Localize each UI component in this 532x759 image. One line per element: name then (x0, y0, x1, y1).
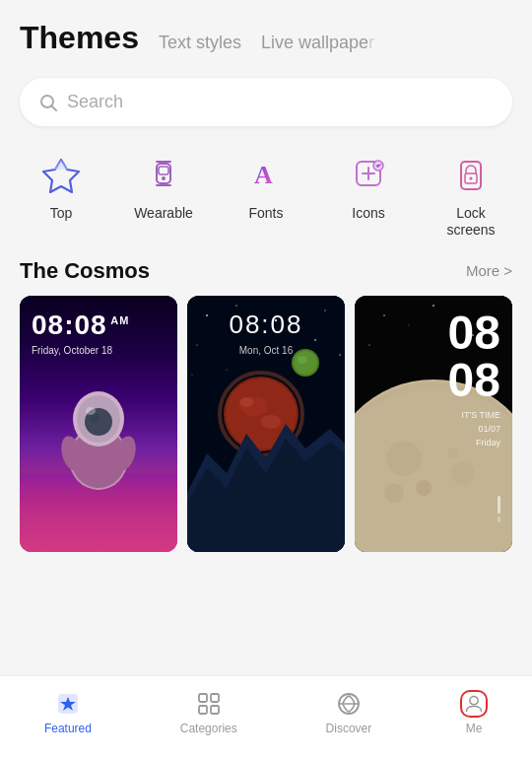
nav-featured-label: Featured (44, 722, 92, 735)
wearable-icon (138, 148, 189, 199)
cosmos-card-3[interactable]: 08 08 IT'S TIME01/07Friday (355, 296, 512, 552)
nav-me[interactable]: Me (440, 682, 507, 743)
category-fonts-label: Fonts (248, 205, 283, 222)
card3-indicator (498, 496, 500, 522)
tab-live-wallpaper: Live wallpaper (261, 33, 374, 53)
featured-icon (54, 690, 82, 718)
cosmos-section: The Cosmos More > 08:08 AM Friday, Octob… (0, 258, 532, 552)
svg-point-45 (383, 314, 385, 316)
header-tabs: Themes Text styles Live wallpaper (20, 20, 512, 56)
categories-bar: Top Wearable A (0, 138, 532, 258)
svg-point-35 (298, 356, 307, 364)
category-icons[interactable]: Icons (329, 148, 408, 239)
category-fonts[interactable]: A Fonts (227, 148, 305, 239)
section-title: The Cosmos (20, 258, 150, 284)
categories-icon (195, 690, 223, 718)
search-icon (39, 94, 57, 111)
svg-line-1 (52, 105, 57, 110)
category-top[interactable]: Top (22, 148, 100, 239)
svg-rect-67 (211, 706, 219, 714)
svg-text:A: A (254, 161, 273, 189)
nav-featured[interactable]: Featured (25, 682, 111, 743)
section-more-button[interactable]: More > (466, 262, 512, 279)
top-icon (35, 148, 87, 199)
nav-discover[interactable]: Discover (306, 682, 392, 743)
svg-point-32 (227, 369, 228, 370)
svg-point-39 (261, 415, 281, 429)
category-wearable-label: Wearable (134, 205, 193, 222)
discover-icon (335, 690, 363, 718)
svg-point-70 (470, 697, 478, 705)
search-container: Search (0, 66, 532, 138)
svg-point-31 (191, 374, 192, 375)
nav-me-label: Me (466, 722, 483, 735)
nav-discover-label: Discover (326, 722, 372, 735)
header: Themes Text styles Live wallpaper (0, 0, 532, 66)
svg-point-40 (239, 397, 253, 407)
svg-point-50 (409, 324, 410, 325)
category-top-label: Top (50, 205, 73, 222)
nav-categories-label: Categories (180, 722, 237, 735)
category-wearable[interactable]: Wearable (124, 148, 203, 239)
cosmos-card-2[interactable]: 08:08 Mon, Oct 16 (187, 296, 345, 552)
card3-time-block: 08 08 IT'S TIME01/07Friday (448, 310, 500, 450)
category-lockscreens[interactable]: Lockscreens (432, 148, 510, 239)
svg-point-6 (162, 176, 166, 180)
svg-point-12 (470, 177, 473, 180)
section-header: The Cosmos More > (20, 258, 512, 284)
me-icon (460, 690, 488, 718)
card1-am: AM (107, 313, 130, 325)
lockscreens-icon (445, 148, 497, 199)
svg-rect-64 (199, 694, 207, 702)
svg-rect-66 (199, 706, 207, 714)
page-title: Themes (20, 20, 139, 56)
icons-icon (343, 148, 394, 199)
tab-text-styles[interactable]: Text styles (159, 33, 241, 53)
svg-point-21 (86, 407, 96, 415)
svg-point-46 (432, 305, 434, 307)
category-lockscreens-label: Lockscreens (446, 205, 495, 239)
svg-rect-65 (211, 694, 219, 702)
search-bar[interactable]: Search (20, 78, 512, 126)
svg-rect-3 (159, 167, 168, 174)
svg-point-48 (368, 344, 369, 345)
card2-date: Mon, Oct 16 (187, 345, 345, 356)
card2-time: 08:08 (187, 310, 345, 340)
cards-row: 08:08 AM Friday, October 18 (20, 296, 512, 552)
cosmos-card-1[interactable]: 08:08 AM Friday, October 18 (20, 296, 177, 552)
fonts-icon: A (240, 148, 292, 199)
category-icons-label: Icons (352, 205, 384, 222)
search-placeholder: Search (67, 92, 123, 112)
card1-time: 08:08 AM (32, 310, 129, 341)
nav-categories[interactable]: Categories (161, 682, 257, 743)
bottom-nav: Featured Categories Discover (0, 675, 532, 759)
svg-point-24 (235, 305, 237, 307)
